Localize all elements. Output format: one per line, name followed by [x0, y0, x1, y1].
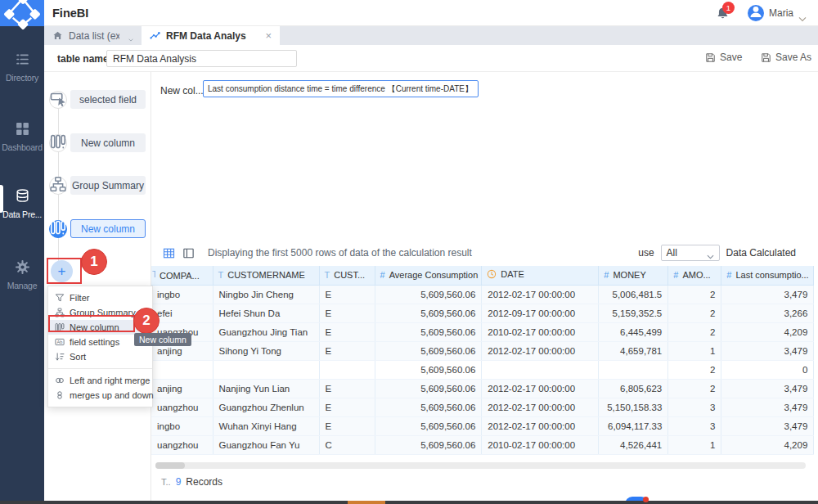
formula-input[interactable]	[203, 80, 479, 97]
close-icon[interactable]: ×	[265, 30, 272, 41]
column-header-last-consumptio[interactable]: #Last consumptio...	[721, 266, 814, 285]
table-cell: 2012-02-17 00:00:00	[482, 341, 599, 360]
table-cell: E	[319, 341, 375, 360]
new-column-icon	[55, 322, 65, 332]
table-row: 5,609,560.0620	[151, 360, 814, 379]
new-column-icon	[49, 220, 67, 238]
add-step-button[interactable]: +	[51, 260, 73, 282]
save-button[interactable]: Save	[705, 52, 742, 63]
step-new-column[interactable]: New column	[70, 219, 146, 238]
table-cell: Guangzhou Fan Yu	[213, 435, 319, 454]
table-cell: 4,209	[721, 435, 814, 454]
group-summary-icon	[55, 308, 65, 317]
table-cell: 5,609,560.06	[375, 435, 482, 454]
field-type-number-icon: #	[380, 270, 385, 280]
grid-toolbar-right: use All Data Calculated	[638, 245, 796, 261]
table-cell: 3,479	[721, 379, 814, 398]
use-select[interactable]: All	[661, 245, 720, 261]
table-cell	[151, 360, 213, 379]
table-cell: 5,609,560.06	[375, 379, 482, 398]
step-group-summary[interactable]: Group Summary	[70, 176, 146, 195]
table-cell: Wuhan Xinyi Hang	[213, 416, 319, 435]
table-cell: uangzhou	[151, 435, 213, 454]
menu-item-sort[interactable]: Sort	[48, 349, 152, 364]
notifications-button[interactable]: 1	[716, 7, 730, 20]
column-header-money[interactable]: #MONEY	[599, 266, 668, 285]
new-column-icon	[49, 134, 67, 152]
column-header-date[interactable]: DATE	[482, 266, 599, 285]
rows-info-text: Displaying the first 5000 rows of data o…	[208, 247, 472, 259]
table-cell: 6,805,623	[599, 379, 668, 398]
annotation-badge-1: 1	[81, 249, 107, 275]
tab-rfm-data-analysis[interactable]: RFM Data Analysis×	[142, 26, 280, 45]
menu-item-left-and-right-merge[interactable]: Left and right merge	[48, 373, 152, 388]
bottom-taskbar-edge	[0, 501, 818, 504]
sidebar-item-data-pre[interactable]: Data Pre...	[0, 188, 44, 219]
menu-item-label: Group Summary	[70, 308, 136, 317]
top-bar: FineBI 1 Maria	[44, 0, 818, 26]
table-cell: ingbo	[151, 285, 213, 304]
table-cell: E	[319, 285, 375, 304]
table-cell: 3	[668, 398, 721, 416]
table-cell: 3,266	[721, 304, 814, 322]
table-cell: Ningbo Jin Cheng	[213, 285, 319, 304]
table-cell: 2	[668, 360, 721, 379]
horizontal-scrollbar-thumb[interactable]	[155, 462, 185, 469]
column-header-amo[interactable]: #AMO...	[668, 266, 721, 285]
user-menu[interactable]: Maria	[748, 5, 807, 21]
table-cell: Hefei Shun Da	[213, 304, 319, 322]
table-cell	[213, 360, 319, 379]
table-header-row: TCOMPA...TCUSTOMERNAMETCUST...#Average C…	[151, 266, 814, 285]
table-cell: anjing	[151, 379, 213, 398]
column-header-cust[interactable]: TCUST...	[319, 266, 375, 285]
table-cell: 3	[668, 416, 721, 435]
use-select-value: All	[667, 247, 677, 259]
field-type-text-icon: T	[325, 270, 330, 280]
table-cell: 3,479	[721, 285, 814, 304]
table-name-label: table name	[57, 53, 109, 65]
table-cell: 5,609,560.06	[375, 285, 482, 304]
step-new-column[interactable]: New column	[70, 133, 146, 152]
save-icon	[705, 52, 716, 63]
table-row: anjingNanjing Yun LianE5,609,560.062012-…	[151, 379, 814, 398]
grid-view-icon[interactable]	[163, 247, 175, 259]
table-cell: 2	[668, 322, 721, 341]
menu-item-filter[interactable]: Filter	[48, 290, 152, 305]
column-header-average-consumption[interactable]: #Average Consumption	[375, 266, 482, 285]
save-as-icon	[761, 52, 771, 63]
menu-item-label: Filter	[70, 293, 89, 303]
field-type-number-icon: #	[604, 270, 609, 280]
column-header-compa[interactable]: TCOMPA...	[151, 266, 213, 285]
menu-item-merges-up-and-down[interactable]: merges up and down	[48, 388, 152, 403]
table-cell: 2012-02-17 00:00:00	[482, 379, 599, 398]
sidebar-item-manage[interactable]: Manage	[0, 259, 44, 290]
chevron-down-icon	[798, 11, 807, 16]
table-name-bar: table name Save Save As	[44, 45, 818, 72]
step-selected-field[interactable]: selected field	[70, 90, 146, 109]
annotation-badge-2: 2	[133, 308, 160, 334]
table-cell	[599, 360, 668, 379]
sidebar-item-dashboard[interactable]: Dashboard	[0, 121, 44, 152]
selected-field-icon	[49, 91, 67, 109]
table-cell: 0	[721, 360, 814, 379]
tab-data-list-extrac[interactable]: Data list (extrac...	[44, 26, 142, 45]
main-content: New col... Displaying the first 5000 row…	[151, 72, 818, 504]
chevron-down-icon[interactable]	[128, 34, 133, 38]
sidebar-item-directory[interactable]: Directory	[0, 52, 44, 83]
selected-field-icon	[50, 90, 66, 110]
table-cell: 5,609,560.06	[375, 304, 482, 322]
save-as-button[interactable]: Save As	[761, 52, 811, 63]
menu-item-label: Sort	[70, 352, 86, 362]
panel-view-icon[interactable]	[182, 247, 195, 259]
use-label: use	[638, 247, 654, 259]
grid-toolbar: Displaying the first 5000 rows of data o…	[163, 245, 472, 261]
table-cell: 2	[668, 285, 721, 304]
save-label: Save	[720, 52, 742, 63]
table-cell: 2	[668, 304, 721, 322]
column-header-customername[interactable]: TCUSTOMERNAME	[213, 266, 319, 285]
taskbar-orange-segment	[348, 501, 385, 504]
finebi-logo[interactable]	[0, 0, 44, 26]
field-type-text-icon: T	[152, 269, 155, 279]
table-cell: 5,609,560.06	[375, 341, 482, 360]
table-name-input[interactable]	[106, 50, 297, 67]
